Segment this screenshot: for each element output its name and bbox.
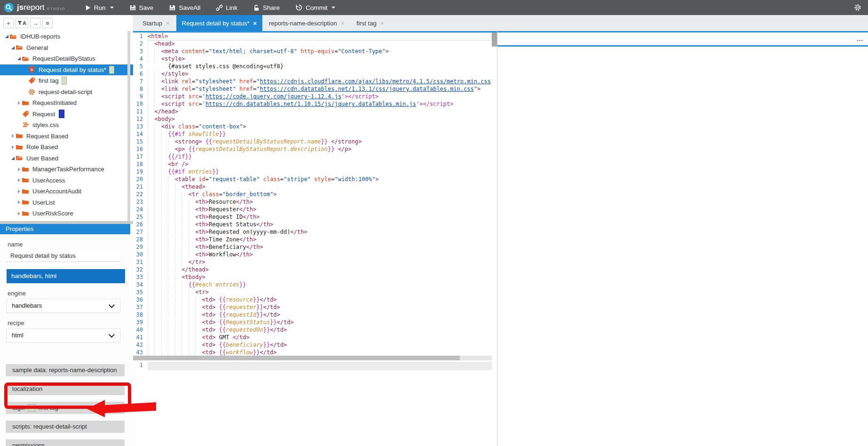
commit-button[interactable]: Commit [296, 4, 336, 11]
run-button[interactable]: Run [85, 4, 114, 11]
code-line[interactable]: 18 <br /> [133, 160, 492, 168]
caret-collapsed-icon[interactable] [16, 101, 22, 105]
code-line[interactable]: 41 <td> GMT </td> [133, 334, 492, 341]
code-line[interactable]: 5 {#asset styles.css @encoding=utf8} [133, 63, 492, 70]
code-line[interactable]: 24 <th>Requester</th> [133, 206, 492, 213]
code-line[interactable]: 32 </thead> [133, 266, 492, 273]
section-localization[interactable]: localization [6, 383, 125, 395]
caret-collapsed-icon[interactable] [16, 212, 22, 215]
collapse-button[interactable]: → [30, 18, 40, 28]
code-line[interactable]: 31 </tr> [133, 258, 492, 266]
caret-collapsed-icon[interactable] [10, 134, 16, 138]
name-input[interactable] [7, 250, 120, 262]
code-line[interactable]: 28 <th>Time Zone</th> [133, 236, 492, 243]
code-line[interactable]: 33 <tbody> [133, 273, 492, 281]
share-button[interactable]: Share [253, 4, 280, 11]
caret-expanded-icon[interactable] [16, 57, 22, 60]
code-line[interactable]: 38 <td> {{requestId}}</td> [133, 311, 492, 319]
caret-collapsed-icon[interactable] [16, 167, 22, 171]
code-line[interactable]: 10 <script src='https://cdn.datatables.n… [133, 100, 492, 108]
menu-button[interactable]: ≡ [42, 18, 53, 28]
code-line[interactable]: 25 <th>Request ID</th> [133, 213, 492, 221]
editor-tab[interactable]: Startup× [137, 15, 175, 31]
code-line[interactable]: 2 <head> [133, 40, 492, 48]
editor-tab[interactable]: Request detail by status*× [176, 15, 262, 31]
code-line[interactable]: 29 <th>Beneficiary</th> [133, 243, 492, 251]
link-button[interactable]: Link [216, 4, 237, 11]
code-line[interactable]: 22 <tr class="border_bottom"> [133, 191, 492, 198]
code-line[interactable]: 3 <meta content="text/html; charset=utf-… [133, 48, 492, 55]
tree-item[interactable]: Request Based [0, 131, 133, 142]
code-line[interactable]: 4 <style> [133, 55, 492, 63]
code-line[interactable]: 14 {{#if showTitle}} [133, 130, 492, 138]
code-line[interactable]: 17 {{/if}} [133, 153, 492, 160]
code-line[interactable]: 20 <table id="request-table" class="stri… [133, 175, 492, 183]
tree-item[interactable]: 5Request detail by status* [0, 64, 133, 76]
code-line[interactable]: 30 <th>Workflow</th> [133, 251, 492, 258]
engine-select[interactable]: handlebars [7, 299, 120, 313]
code-line[interactable]: 39 <td> {{RequestStatus}}</td> [133, 319, 492, 326]
editor-tab[interactable]: reports-name-description× [263, 15, 350, 31]
code-line[interactable]: 40 <td> {{requestedOn}}</td> [133, 326, 492, 334]
caret-expanded-icon[interactable] [10, 157, 16, 160]
code-line[interactable]: 35 <tr> [133, 288, 492, 296]
tab-close-icon[interactable]: × [253, 20, 257, 27]
code-line[interactable]: 7 <link rel="stylesheet" href="https://c… [133, 78, 492, 85]
template-engine-bar[interactable]: handlebars, html [7, 269, 125, 283]
filter-button[interactable]: A [16, 18, 28, 28]
code-line[interactable]: 8 <link rel="stylesheet" href="https://c… [133, 85, 492, 93]
editor-tab[interactable]: first tag× [351, 15, 389, 31]
tree-item[interactable]: Role Based [0, 142, 133, 153]
tab-close-icon[interactable]: × [340, 20, 344, 27]
tree-item[interactable]: UserAccess [0, 175, 133, 186]
tree-item[interactable]: UserAccountAudit [0, 186, 133, 197]
tree-item[interactable]: RequestInitiated [0, 97, 133, 109]
code-line[interactable]: 12 <body> [133, 115, 492, 123]
caret-expanded-icon[interactable] [10, 46, 16, 49]
tree-item[interactable]: ManagerTaskPerformance [0, 164, 133, 175]
section-scripts[interactable]: scripts: request-detail-script [6, 421, 125, 433]
save-button[interactable]: Save [130, 4, 154, 11]
section-permissions[interactable]: permissions [6, 439, 125, 446]
tree-item[interactable]: UserList [0, 197, 133, 208]
editor-horizontal-scrollbar[interactable] [133, 356, 492, 360]
tree-item[interactable]: General [0, 42, 133, 54]
code-line[interactable]: 23 <th>Resource</th> [133, 198, 492, 206]
recipe-select[interactable]: html [7, 328, 120, 342]
caret-collapsed-icon[interactable] [16, 178, 22, 182]
code-line[interactable]: 13 <div class="content-box"> [133, 123, 492, 130]
code-line[interactable]: 43 <td> {{workflow}}</td> [133, 349, 492, 356]
add-entity-button[interactable]: + [3, 18, 14, 28]
code-line[interactable]: 16 <p> {{requestDetailByStatusReport.des… [133, 145, 492, 153]
caret-collapsed-icon[interactable] [10, 145, 16, 149]
jsreport-logo[interactable]: jsreport STUDIO [0, 2, 65, 13]
tab-close-icon[interactable]: × [380, 20, 384, 27]
editor-vertical-scrollbar-thumb[interactable] [492, 32, 497, 47]
code-line[interactable]: 34 {{#each entries}} [133, 281, 492, 288]
caret-collapsed-icon[interactable] [16, 190, 22, 193]
code-editor[interactable]: 1<html>2 <head>3 <meta content="text/htm… [133, 32, 492, 356]
tree-scrollbar[interactable] [127, 31, 130, 221]
tree-item[interactable]: Request [0, 109, 133, 120]
settings-gear-icon[interactable] [854, 4, 861, 11]
code-line[interactable]: 21 <thead> [133, 183, 492, 191]
tree-item[interactable]: IDHUB-reports [0, 31, 133, 42]
caret-collapsed-icon[interactable] [16, 200, 22, 204]
preview-options-button[interactable]: ... [857, 32, 863, 45]
tree-item[interactable]: RequestDetailByStatus [0, 53, 133, 64]
code-line[interactable]: 15 <strong> {{requestDetailByStatusRepor… [133, 138, 492, 145]
code-line[interactable]: 11 </head> [133, 108, 492, 115]
secondary-editor[interactable]: 1 [133, 361, 492, 371]
code-line[interactable]: 37 <td> {{requester}}</td> [133, 303, 492, 311]
code-line[interactable]: 1<html> [133, 32, 492, 40]
save-all-button[interactable]: SaveAll [169, 4, 200, 11]
code-line[interactable]: 6 </style> [133, 70, 492, 78]
tree-item[interactable]: UserRiskScore [0, 208, 133, 219]
code-line[interactable]: 9 <script src='https://code.jquery.com/j… [133, 93, 492, 100]
scrollbar-thumb[interactable] [133, 356, 460, 360]
tree-item[interactable]: request-detail-script [0, 87, 133, 98]
section-sample[interactable]: sample data: reports-name-description [6, 364, 125, 376]
tree-item[interactable]: styles.css [0, 119, 133, 131]
caret-expanded-icon[interactable] [4, 35, 9, 38]
section-first[interactable]: tags:first tag [6, 402, 125, 414]
